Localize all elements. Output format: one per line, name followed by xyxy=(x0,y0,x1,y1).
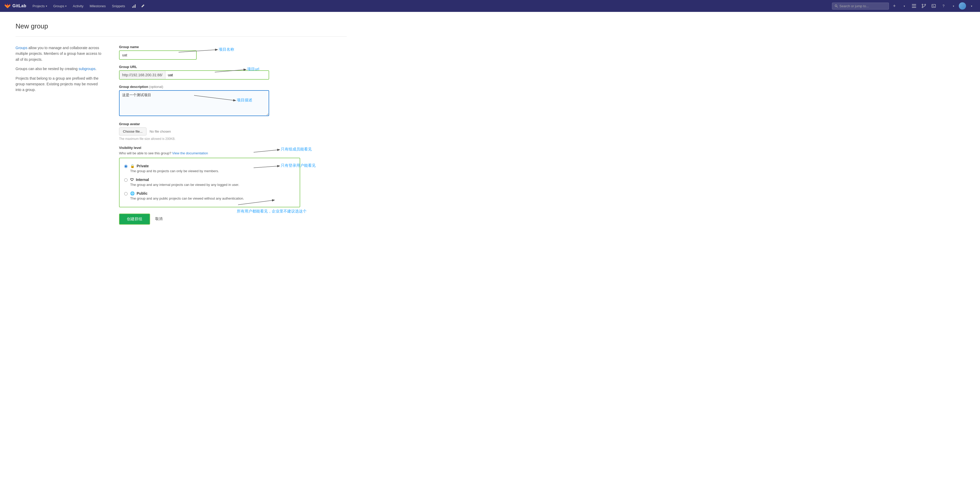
svg-rect-7 xyxy=(912,7,916,8)
group-name-label: Group name xyxy=(119,45,300,49)
visibility-internal-radio[interactable] xyxy=(124,178,127,182)
chart-icon[interactable] xyxy=(130,2,138,10)
svg-rect-5 xyxy=(912,4,916,5)
visibility-desc: Who will be able to see this group? View… xyxy=(119,151,300,155)
left-panel: Groups allow you to manage and collabora… xyxy=(16,45,103,225)
visibility-label: Visibility level xyxy=(119,146,300,150)
group-avatar-section: Group avatar Choose file... No file chos… xyxy=(119,122,300,141)
left-panel-p3: Projects that belong to a group are pref… xyxy=(16,76,103,93)
user-avatar[interactable] xyxy=(959,2,966,10)
subgroups-link[interactable]: subgroups xyxy=(79,67,95,71)
group-url-input[interactable] xyxy=(165,71,269,79)
main-content: New group Groups allow you to manage and… xyxy=(0,12,362,235)
plus-chevron-icon[interactable]: ▾ xyxy=(900,2,908,10)
svg-rect-0 xyxy=(132,6,133,8)
avatar-chevron-icon[interactable]: ▾ xyxy=(967,2,976,10)
search-input[interactable] xyxy=(840,4,886,8)
lock-icon: 🔒 xyxy=(130,164,135,168)
visibility-section: Visibility level Who will be able to see… xyxy=(119,146,300,207)
group-desc-field: Group description (optional) 这是一个测试项目 xyxy=(119,85,300,117)
merge-request-icon[interactable] xyxy=(920,2,928,10)
groups-chevron-icon: ▾ xyxy=(65,5,67,8)
group-name-field: Group name xyxy=(119,45,300,60)
navbar: GitLab Projects ▾ Groups ▾ Activity Mile… xyxy=(0,0,980,12)
visibility-public-radio[interactable] xyxy=(124,192,127,195)
form-layout: Groups allow you to manage and collabora… xyxy=(16,45,347,225)
choose-file-button[interactable]: Choose file... xyxy=(119,127,146,135)
group-url-label: Group URL xyxy=(119,65,300,69)
group-name-input[interactable] xyxy=(119,51,197,60)
url-prefix: http://192.168.200.31:88/ xyxy=(119,71,165,79)
visibility-options-box: 🔒 Private The group and its projects can… xyxy=(119,158,300,207)
svg-point-9 xyxy=(924,4,926,5)
visibility-private-radio[interactable] xyxy=(124,165,127,168)
file-size-hint: The maximum file size allowed is 200KB. xyxy=(119,137,300,141)
avatar-row: Choose file... No file chosen xyxy=(119,127,300,135)
nav-activity[interactable]: Activity xyxy=(70,0,86,12)
search-icon xyxy=(835,5,838,8)
svg-text:所有用户都能看见，企业里不建议选这个: 所有用户都能看见，企业里不建议选这个 xyxy=(237,209,307,213)
cancel-button[interactable]: 取消 xyxy=(155,214,162,224)
shield-icon: 🛡 xyxy=(130,178,134,182)
sidebar-toggle-icon[interactable] xyxy=(910,2,918,10)
pen-icon[interactable] xyxy=(138,2,147,10)
group-desc-label: Group description (optional) xyxy=(119,85,300,89)
group-url-field: Group URL http://192.168.200.31:88/ xyxy=(119,65,300,79)
svg-rect-2 xyxy=(135,5,135,8)
visibility-public-option: 🌐 Public The group and any public projec… xyxy=(124,189,295,203)
page-title: New group xyxy=(16,22,347,30)
projects-chevron-icon: ▾ xyxy=(46,5,47,8)
no-file-text: No file chosen xyxy=(150,130,171,133)
nav-right: + ▾ ? ▾ ▾ xyxy=(832,2,976,10)
create-group-button[interactable]: 创建群组 xyxy=(119,214,150,225)
right-panel: 项目名称 项目url 项目描述 只有组成员能看见 只有登录用户能看见 所有用户都… xyxy=(119,45,300,225)
nav-groups[interactable]: Groups ▾ xyxy=(50,0,70,12)
left-panel-p2: Groups can also be nested by creating su… xyxy=(16,66,103,71)
gitlab-logo[interactable]: GitLab xyxy=(4,3,26,9)
terminal-icon[interactable] xyxy=(929,2,938,10)
nav-projects[interactable]: Projects ▾ xyxy=(30,0,50,12)
plus-icon[interactable]: + xyxy=(890,2,899,10)
visibility-private-option: 🔒 Private The group and its projects can… xyxy=(124,162,295,176)
left-panel-p1: Groups allow you to manage and collabora… xyxy=(16,45,103,62)
group-avatar-label: Group avatar xyxy=(119,122,300,126)
nav-milestones[interactable]: Milestones xyxy=(86,0,109,12)
visibility-internal-option: 🛡 Internal The group and any internal pr… xyxy=(124,176,295,189)
page-divider xyxy=(16,36,347,37)
svg-rect-6 xyxy=(912,6,916,6)
nav-snippets[interactable]: Snippets xyxy=(109,0,128,12)
svg-rect-1 xyxy=(134,5,134,8)
view-documentation-link[interactable]: View the documentation xyxy=(172,151,208,155)
help-icon[interactable]: ? xyxy=(939,2,948,10)
group-desc-textarea[interactable]: 这是一个测试项目 xyxy=(119,90,269,116)
svg-point-8 xyxy=(922,4,923,5)
gitlab-logo-text: GitLab xyxy=(13,4,26,8)
group-url-wrapper: http://192.168.200.31:88/ xyxy=(119,70,269,79)
help-chevron-icon[interactable]: ▾ xyxy=(949,2,958,10)
globe-icon: 🌐 xyxy=(130,191,135,195)
search-box[interactable] xyxy=(832,3,889,10)
groups-link[interactable]: Groups xyxy=(16,46,27,50)
svg-point-3 xyxy=(835,5,837,6)
form-actions: 创建群组 取消 xyxy=(119,214,300,225)
svg-line-4 xyxy=(837,6,838,7)
